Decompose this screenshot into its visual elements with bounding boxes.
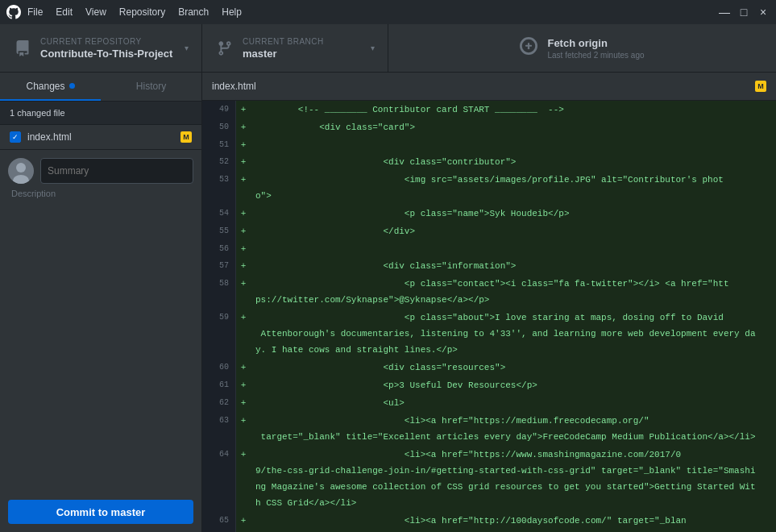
commit-top (8, 158, 193, 184)
diff-line-marker: + (236, 446, 251, 512)
description-label: Description (8, 189, 193, 198)
diff-line-code: <p class="about">I love staring at maps,… (251, 309, 776, 359)
diff-line-number: 59 (202, 309, 236, 359)
diff-line-number: 49 (202, 101, 236, 118)
repo-icon (13, 39, 32, 58)
menu-edit[interactable]: Edit (56, 6, 73, 18)
svg-point-0 (16, 163, 26, 172)
diff-line-number: 61 (202, 376, 236, 394)
diff-line-marker: + (236, 205, 251, 222)
diff-badge: M (755, 81, 766, 92)
diff-line-code: <div class="card"> (251, 118, 776, 136)
current-repo-section[interactable]: Current repository Contribute-To-This-Pr… (0, 24, 202, 72)
diff-line-code: <li><a href="https://www.smashingmagazin… (251, 446, 776, 512)
diff-line-marker: + (236, 394, 251, 412)
diff-line-number: 51 (202, 136, 236, 153)
diff-line-code: <img src="assets/images/profile.JPG" alt… (251, 171, 776, 205)
menu-view[interactable]: View (85, 6, 106, 18)
tab-changes[interactable]: Changes (0, 73, 101, 101)
diff-line: 61+ <p>3 Useful Dev Resources</p> (202, 376, 776, 394)
diff-line-code: <p class="contact"><i class="fa fa-twitt… (251, 275, 776, 309)
repo-text: Current repository Contribute-To-This-Pr… (40, 37, 176, 60)
diff-line-number: 57 (202, 257, 236, 275)
diff-line-code: <div class="information"> (251, 257, 776, 275)
diff-filename: index.html (212, 81, 256, 92)
diff-line-number: 64 (202, 446, 236, 512)
diff-line-number: 58 (202, 275, 236, 309)
diff-line: 64+ <li><a href="https://www.smashingmag… (202, 446, 776, 512)
maximize-button[interactable]: □ (737, 6, 750, 19)
fetch-origin-section[interactable]: Fetch origin Last fetched 2 minutes ago (388, 24, 776, 72)
fetch-icon (520, 37, 537, 59)
diff-line-marker: + (236, 240, 251, 257)
menu-branch[interactable]: Branch (178, 6, 209, 18)
branch-chevron-icon: ▾ (371, 44, 375, 52)
fetch-text: Fetch origin Last fetched 2 minutes ago (547, 37, 644, 60)
tab-history[interactable]: History (101, 73, 201, 101)
file-list-header: 1 changed file (0, 102, 201, 125)
repo-label: Current repository (40, 37, 176, 46)
branch-icon (215, 39, 234, 58)
branch-text: Current branch master (243, 37, 363, 60)
menu-help[interactable]: Help (222, 6, 242, 18)
close-button[interactable]: × (757, 6, 770, 19)
file-checkbox[interactable] (10, 131, 21, 143)
branch-name: master (243, 48, 363, 60)
diff-line-marker: + (236, 257, 251, 275)
menu-file[interactable]: File (27, 6, 43, 18)
diff-line: 49+ <!-- ________ Contributor card START… (202, 101, 776, 118)
diff-line-code: </div> (251, 222, 776, 240)
diff-line-number: 63 (202, 412, 236, 446)
fetch-sublabel: Last fetched 2 minutes ago (547, 51, 644, 60)
diff-line-marker: + (236, 275, 251, 309)
window-controls: — □ × (718, 6, 770, 19)
fetch-label: Fetch origin (547, 37, 644, 49)
diff-line: 65+ <li><a href="http://100daysofcode.co… (202, 512, 776, 532)
diff-line-marker: + (236, 309, 251, 359)
toolbar: Current repository Contribute-To-This-Pr… (0, 24, 776, 73)
diff-line-code: <li><a href="http://100daysofcode.com/" … (251, 512, 776, 532)
current-branch-section[interactable]: Current branch master ▾ (202, 24, 388, 72)
file-item[interactable]: index.html M (0, 125, 201, 150)
diff-line: 54+ <p class="name">Syk Houdeib</p> (202, 205, 776, 222)
diff-line-number: 52 (202, 153, 236, 171)
branch-label: Current branch (243, 37, 363, 46)
diff-line: 57+ <div class="information"> (202, 257, 776, 275)
github-logo-icon (6, 5, 21, 19)
commit-area: Description (0, 150, 201, 500)
diff-line: 63+ <li><a href="https://medium.freecode… (202, 412, 776, 446)
commit-button[interactable]: Commit to master (8, 500, 193, 524)
svg-point-1 (13, 175, 29, 184)
minimize-button[interactable]: — (718, 6, 731, 19)
repo-chevron-icon: ▾ (185, 44, 189, 52)
main-content: Changes History 1 changed file index.htm… (0, 73, 776, 532)
diff-line-code (251, 136, 776, 153)
diff-line-code: <ul> (251, 394, 776, 412)
diff-line-marker: + (236, 101, 251, 118)
summary-input[interactable] (40, 158, 193, 184)
diff-line: 56+ (202, 240, 776, 257)
diff-line-code: <p>3 Useful Dev Resources</p> (251, 376, 776, 394)
diff-line-code (251, 240, 776, 257)
repo-name: Contribute-To-This-Project (40, 48, 176, 60)
changes-dot (69, 83, 75, 89)
diff-line-marker: + (236, 512, 251, 532)
diff-line: 53+ <img src="assets/images/profile.JPG"… (202, 171, 776, 205)
diff-line-code: <div class="resources"> (251, 359, 776, 376)
title-bar: File Edit View Repository Branch Help — … (0, 0, 776, 24)
diff-line-marker: + (236, 412, 251, 446)
diff-line-marker: + (236, 222, 251, 240)
menu-repository[interactable]: Repository (119, 6, 165, 18)
diff-line-number: 65 (202, 512, 236, 532)
diff-line-number: 56 (202, 240, 236, 257)
diff-line: 62+ <ul> (202, 394, 776, 412)
diff-line-number: 53 (202, 171, 236, 205)
changed-file-count: 1 changed file (10, 108, 65, 118)
diff-line-code: <li><a href="https://medium.freecodecamp… (251, 412, 776, 446)
diff-line-marker: + (236, 376, 251, 394)
diff-line-marker: + (236, 153, 251, 171)
diff-line-number: 50 (202, 118, 236, 136)
diff-line: 52+ <div class="contributor"> (202, 153, 776, 171)
diff-line: 59+ <p class="about">I love staring at m… (202, 309, 776, 359)
diff-area: index.html M 49+ <!-- ________ Contribut… (202, 73, 776, 532)
